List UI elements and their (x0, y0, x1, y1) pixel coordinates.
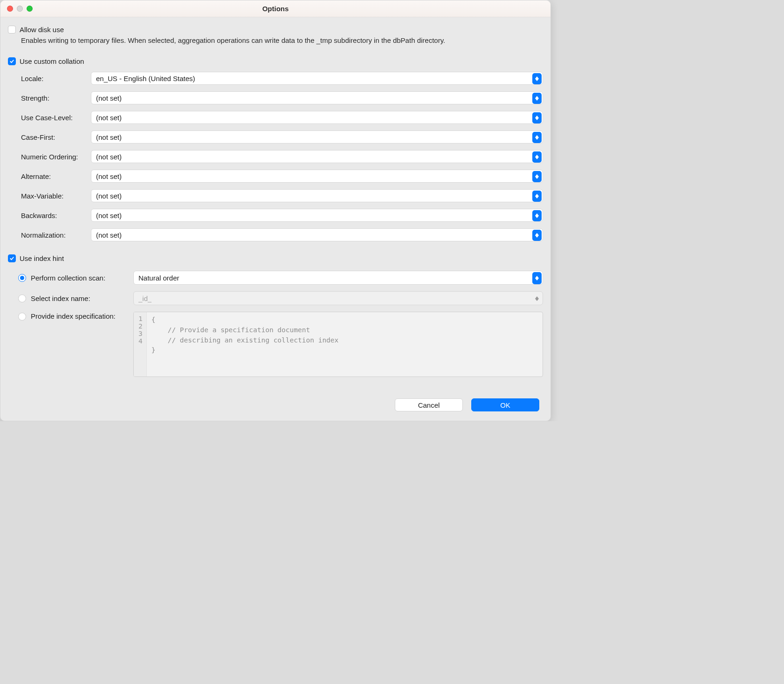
collation-field-row: Locale:en_US - English (United States) (21, 72, 543, 85)
index-hint-checkbox[interactable] (8, 254, 16, 262)
zoom-icon[interactable] (27, 6, 33, 12)
collation-label: Use custom collation (20, 57, 84, 65)
collation-select-value: (not set) (96, 133, 122, 141)
cancel-button[interactable]: Cancel (395, 398, 463, 411)
svg-marker-7 (535, 137, 539, 140)
index-spec-editor: 1234 { // Provide a specification docume… (133, 312, 543, 377)
collation-field-row: Case-First:(not set) (21, 130, 543, 144)
options-window: Options Allow disk use Enables writing t… (0, 0, 551, 421)
collation-select[interactable]: (not set) (91, 209, 543, 222)
collation-field-label: Alternate: (21, 172, 91, 180)
perform-scan-radio[interactable] (18, 274, 26, 282)
index-hint-section: Use index hint Perform collection scan: … (8, 254, 543, 377)
provide-spec-row: Provide index specification: 1234 { // P… (18, 312, 543, 377)
dialog-footer: Cancel OK (0, 389, 550, 421)
chevron-updown-icon (532, 171, 542, 182)
svg-marker-13 (535, 196, 539, 198)
chevron-updown-icon (532, 132, 542, 143)
svg-marker-11 (535, 177, 539, 179)
chevron-updown-icon (532, 191, 542, 202)
collation-field-label: Case-First: (21, 133, 91, 141)
collation-field-row: Backwards:(not set) (21, 209, 543, 222)
collation-select-value: (not set) (96, 114, 122, 122)
allow-disk-label: Allow disk use (20, 26, 64, 34)
svg-marker-9 (535, 157, 539, 159)
perform-scan-value: Natural order (138, 274, 179, 282)
collation-select[interactable]: (not set) (91, 91, 543, 104)
window-title: Options (0, 5, 550, 13)
select-index-label: Select index name: (31, 294, 133, 302)
traffic-lights (7, 6, 33, 12)
collation-field-label: Max-Variable: (21, 192, 91, 200)
svg-marker-15 (535, 216, 539, 218)
svg-marker-3 (535, 98, 539, 101)
collation-field-label: Normalization: (21, 231, 91, 239)
collation-field-label: Locale: (21, 75, 91, 82)
ok-button[interactable]: OK (471, 398, 539, 411)
provide-spec-label: Provide index specification: (31, 312, 133, 320)
collation-field-label: Backwards: (21, 212, 91, 219)
collation-field-row: Normalization:(not set) (21, 228, 543, 241)
svg-marker-21 (535, 299, 539, 301)
collation-select[interactable]: (not set) (91, 130, 543, 144)
chevron-updown-icon (532, 272, 542, 284)
collation-field-row: Numeric Ordering:(not set) (21, 150, 543, 163)
collation-field-row: Strength:(not set) (21, 91, 543, 104)
select-index-value: _id_ (138, 294, 151, 302)
chevron-updown-icon (532, 293, 542, 305)
collation-field-row: Max-Variable:(not set) (21, 189, 543, 202)
chevron-updown-icon (532, 112, 542, 123)
allow-disk-description: Enables writing to temporary files. When… (21, 36, 543, 44)
provide-spec-radio[interactable] (18, 313, 26, 321)
index-hint-label: Use index hint (20, 254, 64, 262)
allow-disk-checkbox[interactable] (8, 26, 16, 34)
collation-select-value: (not set) (96, 172, 122, 180)
content-area: Allow disk use Enables writing to tempor… (0, 17, 550, 389)
collation-field-label: Numeric Ordering: (21, 153, 91, 161)
collation-select[interactable]: (not set) (91, 150, 543, 163)
collation-select[interactable]: en_US - English (United States) (91, 72, 543, 85)
chevron-updown-icon (532, 151, 542, 163)
select-index-select: _id_ (133, 291, 543, 305)
collation-select-value: (not set) (96, 192, 122, 200)
svg-marker-5 (535, 118, 539, 120)
select-index-row: Select index name: _id_ (18, 291, 543, 305)
perform-scan-select[interactable]: Natural order (133, 271, 543, 285)
code-area: { // Provide a specification document //… (147, 312, 344, 376)
collation-select[interactable]: (not set) (91, 228, 543, 241)
minimize-icon (17, 6, 23, 12)
collation-field-label: Use Case-Level: (21, 114, 91, 122)
collation-field-row: Use Case-Level:(not set) (21, 111, 543, 124)
chevron-updown-icon (532, 73, 542, 84)
select-index-radio[interactable] (18, 294, 26, 302)
titlebar: Options (0, 0, 550, 17)
chevron-updown-icon (532, 210, 542, 221)
collation-select-value: (not set) (96, 153, 122, 161)
code-gutter: 1234 (134, 312, 147, 376)
collation-select[interactable]: (not set) (91, 189, 543, 202)
collation-select-value: (not set) (96, 212, 122, 219)
collation-select[interactable]: (not set) (91, 111, 543, 124)
collation-section: Use custom collation Locale:en_US - Engl… (8, 57, 543, 241)
close-icon[interactable] (7, 6, 13, 12)
chevron-updown-icon (532, 230, 542, 241)
collation-select-value: (not set) (96, 231, 122, 239)
perform-scan-row: Perform collection scan: Natural order (18, 271, 543, 285)
allow-disk-section: Allow disk use Enables writing to tempor… (8, 26, 543, 44)
svg-marker-17 (535, 235, 539, 238)
collation-select-value: en_US - English (United States) (96, 75, 195, 82)
collation-select-value: (not set) (96, 94, 122, 102)
svg-marker-19 (535, 278, 539, 280)
svg-marker-1 (535, 79, 539, 81)
collation-field-label: Strength: (21, 94, 91, 102)
collation-checkbox[interactable] (8, 57, 16, 65)
perform-scan-label: Perform collection scan: (31, 274, 133, 282)
collation-field-row: Alternate:(not set) (21, 170, 543, 183)
chevron-updown-icon (532, 93, 542, 104)
collation-select[interactable]: (not set) (91, 170, 543, 183)
